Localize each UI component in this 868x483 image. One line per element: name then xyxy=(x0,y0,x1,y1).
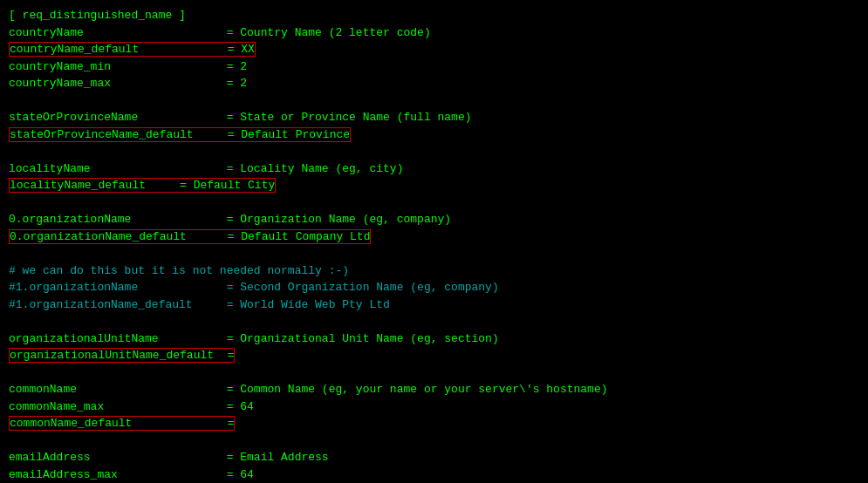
highlighted-localityName_default: localityName_default = Default City xyxy=(9,178,276,193)
line-organizationName: 0.organizationName = Organization Name (… xyxy=(9,211,859,228)
line-commonName_max: commonName_max = 64 xyxy=(9,398,859,416)
line-countryName_max: countryName_max = 2 xyxy=(9,75,859,92)
empty-line-8 xyxy=(9,143,859,160)
line-stateOrProvinceName_default: stateOrProvinceName_default = Default Pr… xyxy=(9,126,859,144)
line-organizationName_default: 0.organizationName_default = Default Com… xyxy=(9,228,859,246)
empty-line-18 xyxy=(9,313,859,330)
highlighted-organizationName_default: 0.organizationName_default = Default Com… xyxy=(9,229,371,244)
empty-line-14 xyxy=(9,245,859,262)
line-comment3: #1.organizationName_default = World Wide… xyxy=(9,296,859,314)
line-comment2: #1.organizationName = Second Organizatio… xyxy=(9,279,859,296)
line-orgUnitName_default: organizationalUnitName_default = xyxy=(9,347,859,364)
empty-line-25 xyxy=(9,432,859,450)
line-countryName_min: countryName_min = 2 xyxy=(9,58,859,76)
line-stateOrProvinceName: stateOrProvinceName = State or Province … xyxy=(9,109,859,126)
empty-line-5 xyxy=(9,92,859,110)
line-orgUnitName: organizationalUnitName = Organizational … xyxy=(9,330,859,348)
highlighted-stateOrProvinceName_default: stateOrProvinceName_default = Default Pr… xyxy=(9,127,351,142)
highlighted-commonName_default: commonName_default = xyxy=(9,416,235,431)
empty-line-11 xyxy=(9,194,859,212)
highlighted-orgUnitName_default: organizationalUnitName_default = xyxy=(9,348,235,363)
line-comment1: # we can do this but it is not needed no… xyxy=(9,262,859,280)
line-countryName_default: countryName_default = XX xyxy=(9,41,859,58)
line-commonName_default: commonName_default = xyxy=(9,415,859,432)
line-localityName: localityName = Locality Name (eg, city) xyxy=(9,160,859,178)
line-countryName: countryName = Country Name (2 letter cod… xyxy=(9,24,859,42)
line-emailAddress_max: emailAddress_max = 64 xyxy=(9,466,859,484)
config-editor: [ req_distinguished_name ]countryName = … xyxy=(9,7,859,483)
empty-line-21 xyxy=(9,364,859,382)
line-localityName_default: localityName_default = Default City xyxy=(9,177,859,194)
line-commonName: commonName = Common Name (eg, your name … xyxy=(9,381,859,398)
line-section-header: [ req_distinguished_name ] xyxy=(9,7,859,24)
highlighted-countryName_default: countryName_default = XX xyxy=(9,42,256,57)
line-emailAddress: emailAddress = Email Address xyxy=(9,449,859,466)
